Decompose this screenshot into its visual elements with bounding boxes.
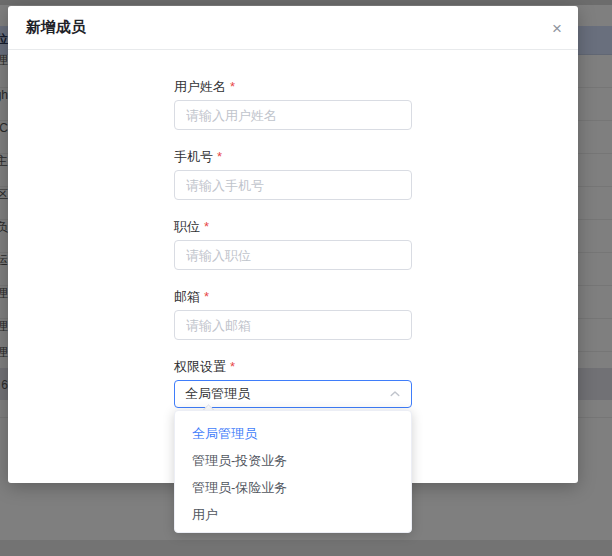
required-marker: * [204, 289, 209, 304]
username-label: 用户姓名 [174, 79, 226, 94]
permission-select-value: 全局管理员 [185, 385, 250, 403]
position-input[interactable] [174, 240, 412, 270]
dropdown-option-admin-investment[interactable]: 管理员-投资业务 [175, 447, 411, 474]
required-marker: * [230, 79, 235, 94]
screen: 职位 理 gh EC 主 区 负 运 理 理 管理 6 新增成员 × 用户姓名* [0, 0, 612, 556]
permission-label: 权限设置 [174, 359, 226, 374]
phone-label: 手机号 [174, 149, 213, 164]
add-member-form: 用户姓名* 手机号* 职位* [174, 78, 412, 408]
dropdown-option-global-admin[interactable]: 全局管理员 [175, 420, 411, 447]
required-marker: * [217, 149, 222, 164]
permission-dropdown: 全局管理员 管理员-投资业务 管理员-保险业务 用户 [174, 410, 412, 533]
chevron-up-icon [389, 388, 401, 400]
field-permission: 权限设置* 全局管理员 [174, 358, 412, 408]
field-position: 职位* [174, 218, 412, 270]
modal-title: 新增成员 [26, 18, 86, 37]
close-icon[interactable]: × [550, 17, 564, 38]
field-phone: 手机号* [174, 148, 412, 200]
email-field[interactable] [174, 310, 412, 340]
phone-input[interactable] [174, 170, 412, 200]
modal-body: 用户姓名* 手机号* 职位* [8, 50, 578, 408]
required-marker: * [204, 219, 209, 234]
dropdown-panel: 全局管理员 管理员-投资业务 管理员-保险业务 用户 [174, 410, 412, 533]
field-email: 邮箱* [174, 288, 412, 340]
username-input[interactable] [174, 100, 412, 130]
email-label: 邮箱 [174, 289, 200, 304]
dropdown-option-user[interactable]: 用户 [175, 501, 411, 528]
dropdown-option-admin-insurance[interactable]: 管理员-保险业务 [175, 474, 411, 501]
position-label: 职位 [174, 219, 200, 234]
field-username: 用户姓名* [174, 78, 412, 130]
permission-select[interactable]: 全局管理员 [174, 380, 412, 408]
modal-header: 新增成员 × [8, 6, 578, 50]
required-marker: * [230, 359, 235, 374]
